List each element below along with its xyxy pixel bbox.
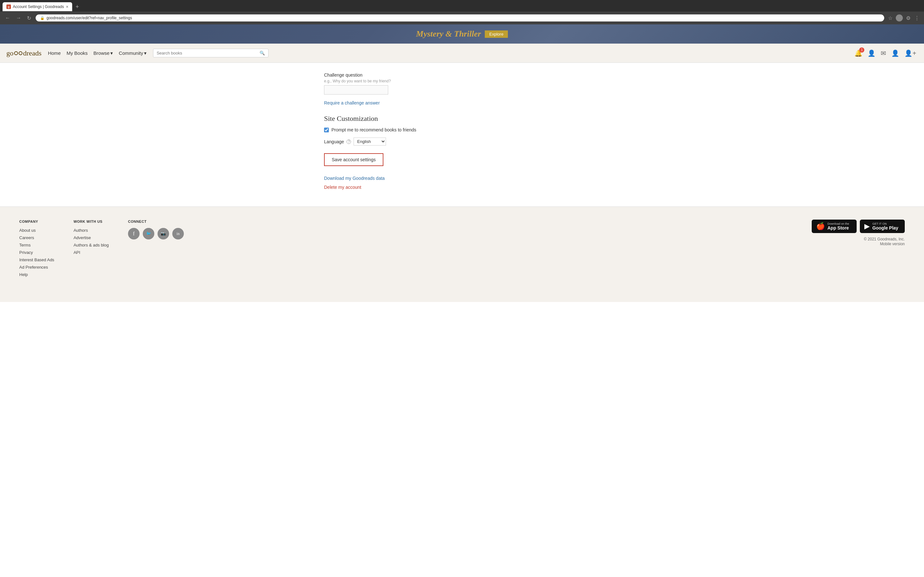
active-tab[interactable]: g Account Settings | Goodreads ×: [3, 2, 72, 11]
footer-work-title: WORK WITH US: [73, 219, 109, 223]
tab-close-btn[interactable]: ×: [66, 4, 68, 9]
search-button[interactable]: 🔍: [260, 51, 265, 55]
main-navbar: go dreads Home My Books Browse ▾ Communi…: [0, 44, 924, 63]
footer-connect-col: CONNECT f 🐦 📷 in: [128, 219, 184, 239]
nav-icons: 🔔 1 👤 ✉ 👤 👤+: [853, 48, 918, 58]
toolbar-icons: ☆ ⚙ ⋮: [887, 15, 920, 22]
lock-icon: 🔒: [40, 16, 45, 20]
promo-banner: Mystery & Thriller Explore: [0, 24, 924, 44]
messages-button[interactable]: ✉: [879, 48, 887, 58]
footer-ad-preferences-link[interactable]: Ad Preferences: [19, 265, 54, 269]
challenge-input[interactable]: [324, 85, 388, 95]
logo-circle-1: [14, 51, 18, 55]
challenge-label: Challenge question: [324, 73, 600, 77]
require-challenge-link[interactable]: Require a challenge answer: [324, 100, 600, 105]
footer-terms-link[interactable]: Terms: [19, 243, 54, 247]
delete-account-link[interactable]: Delete my account: [324, 185, 600, 190]
footer-authors-ads-blog-link[interactable]: Authors & ads blog: [73, 243, 109, 247]
community-chevron-icon: ▾: [144, 50, 147, 56]
address-input[interactable]: 🔒 goodreads.com/user/edit?ref=nav_profil…: [36, 15, 884, 21]
recommend-label: Prompt me to recommend books to friends: [331, 127, 417, 132]
language-select[interactable]: English French German Spanish Italian Po…: [354, 137, 386, 145]
footer-interest-based-ads-link[interactable]: Interest Based Ads: [19, 258, 54, 262]
copyright-text: © 2021 Goodreads, Inc.: [864, 237, 905, 242]
language-help-icon[interactable]: ?: [347, 139, 351, 144]
banner-title: Mystery & Thriller: [416, 29, 481, 39]
menu-icon[interactable]: ⋮: [914, 15, 920, 22]
tab-bar: g Account Settings | Goodreads × +: [0, 0, 924, 11]
notification-badge: 1: [859, 47, 864, 53]
google-play-sub: GET IT ON: [872, 222, 898, 226]
apple-icon: 🍎: [816, 222, 825, 230]
footer-company-title: COMPANY: [19, 219, 54, 223]
social-icons: f 🐦 📷 in: [128, 228, 184, 239]
tab-favicon: g: [6, 5, 11, 9]
tab-title: Account Settings | Goodreads: [13, 5, 64, 9]
browser-chrome: g Account Settings | Goodreads × + ← → ↻…: [0, 0, 924, 24]
recommend-checkbox[interactable]: [324, 127, 329, 132]
logo-circle-2: [19, 51, 23, 55]
google-play-badge[interactable]: ▶ GET IT ON Google Play: [860, 219, 905, 233]
app-store-sub: Download on the: [827, 222, 849, 226]
logo-text-2: dreads: [23, 49, 41, 57]
footer: COMPANY About us Careers Terms Privacy I…: [0, 206, 924, 302]
site-customization-section: Site Customization Prompt me to recommen…: [324, 114, 600, 145]
site-customization-title: Site Customization: [324, 114, 600, 123]
language-row: Language ? English French German Spanish…: [324, 137, 600, 145]
language-label: Language: [324, 139, 344, 144]
goodreads-logo[interactable]: go dreads: [6, 49, 41, 57]
footer-work-col: WORK WITH US Authors Advertise Authors &…: [73, 219, 109, 258]
app-badges: 🍎 Download on the App Store ▶ GET IT ON …: [812, 219, 905, 233]
address-bar: ← → ↻ 🔒 goodreads.com/user/edit?ref=nav_…: [0, 11, 924, 24]
footer-advertise-link[interactable]: Advertise: [73, 235, 109, 240]
instagram-icon[interactable]: 📷: [158, 228, 169, 239]
back-button[interactable]: ←: [4, 15, 11, 21]
nav-links: Home My Books Browse ▾ Community ▾: [48, 50, 147, 56]
profile-avatar-icon[interactable]: [896, 15, 903, 21]
footer-careers-link[interactable]: Careers: [19, 235, 54, 240]
recommend-checkbox-row: Prompt me to recommend books to friends: [324, 127, 600, 132]
nav-browse[interactable]: Browse ▾: [94, 50, 113, 56]
reload-button[interactable]: ↻: [26, 15, 32, 22]
nav-community[interactable]: Community ▾: [119, 50, 147, 56]
new-tab-button[interactable]: +: [73, 3, 81, 10]
app-store-main: App Store: [827, 226, 849, 230]
search-bar[interactable]: 🔍: [153, 49, 268, 57]
mobile-version-link[interactable]: Mobile version: [880, 242, 905, 246]
url-text: goodreads.com/user/edit?ref=nav_profile_…: [47, 16, 132, 20]
footer-connect-title: CONNECT: [128, 219, 184, 223]
linkedin-icon[interactable]: in: [172, 228, 184, 239]
friends-button[interactable]: 👤: [866, 48, 877, 58]
search-input[interactable]: [157, 51, 260, 55]
save-account-settings-button[interactable]: Save account settings: [324, 153, 383, 166]
footer-about-link[interactable]: About us: [19, 228, 54, 233]
footer-help-link[interactable]: Help: [19, 272, 54, 277]
notifications-button[interactable]: 🔔 1: [853, 48, 864, 58]
footer-right-col: 🍎 Download on the App Store ▶ GET IT ON …: [812, 219, 905, 247]
footer-columns: COMPANY About us Careers Terms Privacy I…: [19, 219, 905, 279]
forward-button[interactable]: →: [15, 15, 23, 21]
extensions-icon[interactable]: ⚙: [905, 15, 911, 22]
profile-button[interactable]: 👤: [890, 48, 901, 58]
footer-company-col: COMPANY About us Careers Terms Privacy I…: [19, 219, 54, 279]
main-content: Challenge question e.g., Why do you want…: [318, 63, 606, 206]
footer-authors-link[interactable]: Authors: [73, 228, 109, 233]
app-store-badge[interactable]: 🍎 Download on the App Store: [812, 219, 857, 233]
footer-privacy-link[interactable]: Privacy: [19, 250, 54, 255]
nav-my-books[interactable]: My Books: [66, 50, 87, 56]
footer-api-link[interactable]: API: [73, 250, 109, 255]
bookmark-icon[interactable]: ☆: [887, 15, 893, 22]
browse-chevron-icon: ▾: [110, 50, 113, 56]
logo-text: go: [6, 49, 13, 57]
nav-home[interactable]: Home: [48, 50, 61, 56]
challenge-hint: e.g., Why do you want to be my friend?: [324, 79, 600, 83]
add-friend-button[interactable]: 👤+: [903, 48, 918, 58]
twitter-icon[interactable]: 🐦: [143, 228, 154, 239]
explore-button[interactable]: Explore: [485, 31, 508, 38]
challenge-question-section: Challenge question e.g., Why do you want…: [324, 73, 600, 95]
google-play-main: Google Play: [872, 226, 898, 230]
download-data-link[interactable]: Download my Goodreads data: [324, 176, 600, 181]
google-play-icon: ▶: [864, 222, 870, 230]
facebook-icon[interactable]: f: [128, 228, 140, 239]
